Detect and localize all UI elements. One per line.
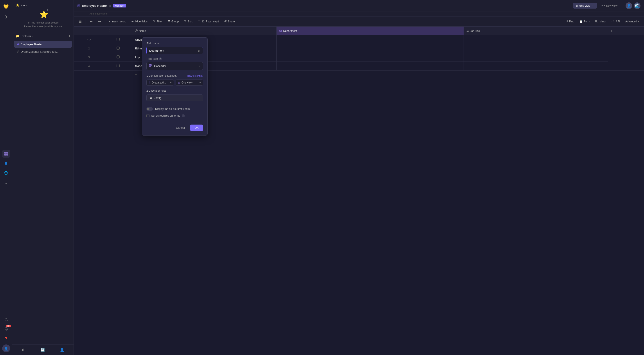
- grid-dropdown-chevron: ▾: [200, 82, 200, 84]
- form-button[interactable]: 📋 Form: [577, 19, 592, 24]
- notification-badge: 99+: [6, 325, 11, 327]
- form-icon: 📋: [580, 20, 583, 23]
- field-modal-overlay: Field name Department ⊗ Field type ?: [74, 26, 644, 355]
- svg-rect-3: [6, 154, 8, 156]
- svg-point-18: [566, 20, 568, 22]
- config-btn-label: Config: [154, 96, 161, 100]
- trash-button[interactable]: 🗑: [20, 346, 26, 353]
- pin-section: ⭐ Pin ▾ ⭐ + + + Pin files here for quick…: [12, 0, 74, 32]
- row-height-label: Row height: [206, 20, 219, 23]
- explorer-header[interactable]: 📁 Explorer ▾ +: [12, 32, 74, 40]
- grid-tab-dots-icon[interactable]: ⋯: [592, 4, 594, 7]
- breadcrumb-tag: Manager: [113, 4, 126, 8]
- svg-rect-0: [4, 152, 6, 154]
- filter-button[interactable]: Filter: [150, 19, 164, 24]
- field-name-label: Field name: [146, 42, 203, 45]
- nav-label-2: Organizational Structure Ma...: [21, 50, 58, 53]
- nav-items-list: # Employee Roster # Organizational Struc…: [12, 40, 74, 56]
- sidebar-bell-icon[interactable]: 99+: [2, 325, 10, 333]
- sidebar-shield-icon[interactable]: 🛡: [2, 179, 10, 187]
- nav-label-1: Employee Roster: [21, 43, 42, 46]
- svg-rect-8: [168, 21, 170, 22]
- sidebar-search-icon[interactable]: [2, 315, 10, 323]
- folder-icon: 📁: [15, 34, 19, 38]
- new-view-plus-icon: +: [602, 4, 603, 7]
- redo-button[interactable]: ↪: [96, 18, 103, 25]
- sidebar-bottom-actions: 🗑 🔄 👤: [12, 344, 74, 355]
- user-avatar[interactable]: 👤: [626, 3, 632, 9]
- api-icon: [612, 20, 614, 23]
- sidebar-toggle-button[interactable]: ☰: [76, 18, 84, 25]
- sidebar-users-icon[interactable]: 👤: [2, 159, 10, 167]
- hide-fields-button[interactable]: 👁 Hide fields: [129, 19, 150, 24]
- filter-label: Filter: [156, 20, 162, 23]
- field-name-input-container[interactable]: Department ⊗: [146, 47, 203, 54]
- left-panel: ⭐ Pin ▾ ⭐ + + + Pin files here for quick…: [12, 0, 74, 355]
- app-logo[interactable]: 💛: [2, 3, 10, 11]
- sidebar-item-org-structure[interactable]: # Organizational Structure Ma...: [14, 48, 72, 55]
- toolbar-sep-1: [86, 19, 86, 24]
- main-content: ⊞ Employee Roster ☆ Manager ⊞ Grid view …: [74, 0, 644, 355]
- pin-star-icon: ⭐: [16, 4, 19, 7]
- sidebar-grid-icon[interactable]: [2, 150, 10, 158]
- config-datasheet-section: 1 Configuration datasheet How to config?…: [146, 74, 203, 86]
- user-avatar-2[interactable]: 🌊: [634, 3, 640, 9]
- collapse-sidebar-button[interactable]: ❮: [2, 13, 10, 21]
- svg-rect-25: [151, 64, 152, 66]
- sidebar-item-employee-roster[interactable]: # Employee Roster: [14, 41, 72, 48]
- sidebar-help-icon[interactable]: ❓: [2, 335, 10, 343]
- api-button[interactable]: API: [609, 19, 622, 24]
- sidebar-icon-strip: 💛 ❮ 👤 🌐 🛡 99+ ❓ 👤: [0, 0, 12, 355]
- svg-rect-9: [168, 22, 170, 22]
- ok-button[interactable]: OK: [190, 125, 203, 131]
- new-view-button[interactable]: + + New view: [599, 3, 620, 9]
- svg-point-15: [224, 21, 225, 22]
- add-user-button[interactable]: 👤: [58, 346, 66, 353]
- required-forms-row: Set as required on forms ?: [146, 114, 203, 121]
- group-icon: [168, 20, 170, 23]
- tab-grid-view[interactable]: ⊞ Grid view ⋯: [573, 3, 597, 9]
- mirror-icon: [595, 20, 598, 23]
- required-checkbox[interactable]: [146, 114, 150, 117]
- form-label: Form: [584, 20, 590, 23]
- grid-dropdown-icon: ⊞: [178, 81, 180, 84]
- breadcrumb-star-icon[interactable]: ☆: [109, 4, 111, 7]
- field-type-label-row: Field type ?: [146, 57, 203, 60]
- toggle-dot: [147, 108, 150, 110]
- find-icon: [566, 20, 568, 23]
- add-description-link[interactable]: Add a description: [86, 12, 112, 16]
- cancel-button[interactable]: Cancel: [173, 125, 188, 131]
- explorer-add-button[interactable]: +: [68, 34, 70, 38]
- grid-view-dropdown[interactable]: ⊞ Grid view ▾: [176, 80, 203, 86]
- sidebar-avatar[interactable]: 👤: [2, 344, 10, 352]
- hierarchy-path-toggle[interactable]: [146, 107, 153, 111]
- field-type-selector[interactable]: Cascader ›: [146, 62, 203, 70]
- required-label: Set as required on forms: [151, 114, 180, 117]
- grid-tab-label: Grid view: [579, 4, 590, 7]
- share-button[interactable]: Share: [222, 19, 237, 24]
- grid-tab-icon: ⊞: [576, 4, 578, 7]
- field-name-clear-icon[interactable]: ⊗: [198, 49, 200, 52]
- row-height-button[interactable]: 12 Row height: [196, 19, 221, 24]
- explorer-chevron-icon: ▾: [32, 35, 33, 37]
- sort-button[interactable]: Sort: [182, 19, 195, 24]
- org-datasheet-dropdown[interactable]: # Organizati... ▾: [146, 80, 174, 86]
- config-how-to-link[interactable]: How to config?: [187, 75, 203, 77]
- cascader-config-button[interactable]: ⚙ Config: [146, 95, 203, 101]
- mirror-button[interactable]: Mirror: [593, 19, 608, 24]
- svg-point-14: [226, 22, 226, 23]
- sync-button[interactable]: 🔄: [39, 346, 46, 353]
- find-button[interactable]: Find: [563, 19, 576, 24]
- required-help-icon[interactable]: ?: [182, 114, 185, 117]
- svg-point-13: [226, 20, 226, 21]
- undo-button[interactable]: ↩: [88, 18, 95, 25]
- share-label: Share: [228, 20, 235, 23]
- insert-record-button[interactable]: + Insert record: [107, 19, 128, 24]
- pin-desc-1: Pin files here for quick access.: [16, 21, 70, 25]
- advanced-button[interactable]: Advanced ▾: [623, 19, 641, 24]
- pin-header[interactable]: ⭐ Pin ▾: [16, 4, 70, 7]
- group-button[interactable]: Group: [166, 19, 181, 24]
- sidebar-globe-icon[interactable]: 🌐: [2, 169, 10, 177]
- insert-record-label: Insert record: [112, 20, 126, 23]
- field-type-help-icon[interactable]: ?: [159, 57, 162, 60]
